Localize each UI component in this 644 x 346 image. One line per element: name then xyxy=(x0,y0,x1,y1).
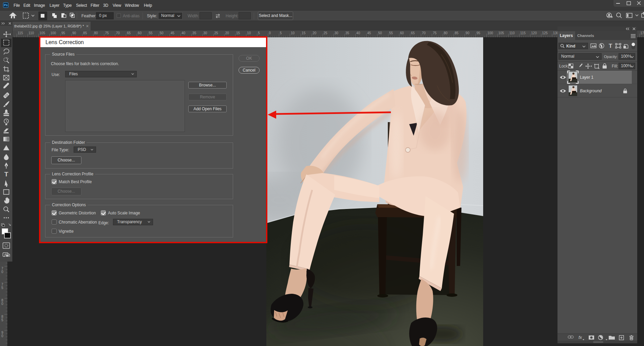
svg-text:10: 10 xyxy=(291,31,295,35)
svg-text:110: 110 xyxy=(509,31,515,35)
svg-text:5: 5 xyxy=(1,286,3,290)
svg-text:85: 85 xyxy=(455,31,459,35)
svg-text:110: 110 xyxy=(29,31,34,35)
svg-text:0: 0 xyxy=(1,302,3,306)
svg-text:70: 70 xyxy=(422,31,426,35)
svg-text:55: 55 xyxy=(389,31,393,35)
svg-text:50: 50 xyxy=(160,31,164,35)
svg-text:95: 95 xyxy=(476,31,480,35)
svg-text:T: T xyxy=(609,43,612,49)
svg-text:90: 90 xyxy=(466,31,470,35)
svg-text:115: 115 xyxy=(520,31,526,35)
svg-text:100: 100 xyxy=(488,31,493,35)
svg-text:25: 25 xyxy=(214,31,219,35)
svg-text:100: 100 xyxy=(51,31,56,35)
svg-text:45: 45 xyxy=(367,31,371,35)
svg-text:fx: fx xyxy=(579,335,582,340)
svg-text:115: 115 xyxy=(18,31,23,35)
svg-text:120: 120 xyxy=(531,31,537,35)
svg-text:5: 5 xyxy=(1,318,3,322)
svg-text:90: 90 xyxy=(72,31,76,35)
svg-text:95: 95 xyxy=(61,31,65,35)
svg-text:105: 105 xyxy=(39,31,45,35)
svg-text:20: 20 xyxy=(225,31,229,35)
svg-text:25: 25 xyxy=(324,31,328,35)
svg-text:45: 45 xyxy=(171,31,175,35)
svg-text:65: 65 xyxy=(127,31,131,35)
svg-text:75: 75 xyxy=(433,31,437,35)
svg-text:0: 0 xyxy=(269,31,271,35)
svg-text:15: 15 xyxy=(236,31,240,35)
svg-text:60: 60 xyxy=(400,31,404,35)
svg-text:80: 80 xyxy=(444,31,448,35)
svg-text:30: 30 xyxy=(203,31,207,35)
svg-text:85: 85 xyxy=(83,31,87,35)
svg-text:105: 105 xyxy=(498,31,504,35)
svg-text:0: 0 xyxy=(1,270,3,274)
svg-text:65: 65 xyxy=(411,31,415,35)
svg-text:80: 80 xyxy=(94,31,98,35)
svg-text:40: 40 xyxy=(356,31,360,35)
svg-text:35: 35 xyxy=(345,31,349,35)
svg-text:5: 5 xyxy=(258,31,260,35)
svg-text:15: 15 xyxy=(302,31,306,35)
svg-text:60: 60 xyxy=(138,31,142,35)
svg-text:30: 30 xyxy=(335,31,339,35)
svg-text:170: 170 xyxy=(640,31,644,35)
svg-text:50: 50 xyxy=(378,31,382,35)
svg-text:75: 75 xyxy=(105,31,109,35)
svg-text:10: 10 xyxy=(247,31,251,35)
svg-text:55: 55 xyxy=(149,31,153,35)
svg-text:20: 20 xyxy=(312,31,317,35)
svg-text:125: 125 xyxy=(542,31,548,35)
svg-text:0: 0 xyxy=(1,334,3,338)
svg-text:35: 35 xyxy=(192,31,196,35)
svg-text:T: T xyxy=(4,171,8,178)
svg-text:5: 5 xyxy=(280,31,282,35)
svg-text:70: 70 xyxy=(116,31,120,35)
svg-text:40: 40 xyxy=(182,31,186,35)
